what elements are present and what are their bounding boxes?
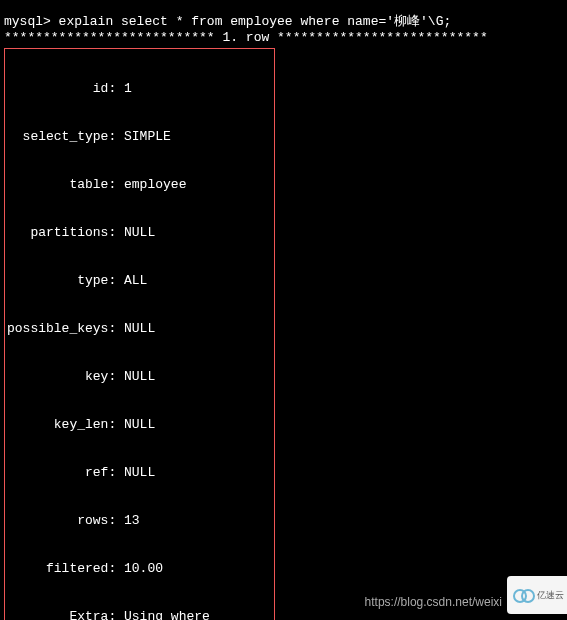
result-row: key_len: NULL [7,417,272,433]
logo-badge: 亿速云 [507,576,567,614]
result-row: filtered: 10.00 [7,561,272,577]
result-row: key: NULL [7,369,272,385]
result-row: rows: 13 [7,513,272,529]
result-row: type: ALL [7,273,272,289]
result-row: select_type: SIMPLE [7,129,272,145]
result-row: id: 1 [7,81,272,97]
result-row: possible_keys: NULL [7,321,272,337]
logo-text: 亿速云 [537,587,564,603]
query1-row-header: *************************** 1. row *****… [4,30,563,46]
query1-result-block: id: 1 select_type: SIMPLE table: employe… [4,48,275,620]
result-row: table: employee [7,177,272,193]
result-row: Extra: Using where [7,609,272,620]
watermark-text: https://blog.csdn.net/weixi [365,594,502,610]
query1-prompt: mysql> explain select * from employee wh… [4,14,563,30]
result-row: ref: NULL [7,465,272,481]
result-row: partitions: NULL [7,225,272,241]
infinity-icon [513,589,535,601]
